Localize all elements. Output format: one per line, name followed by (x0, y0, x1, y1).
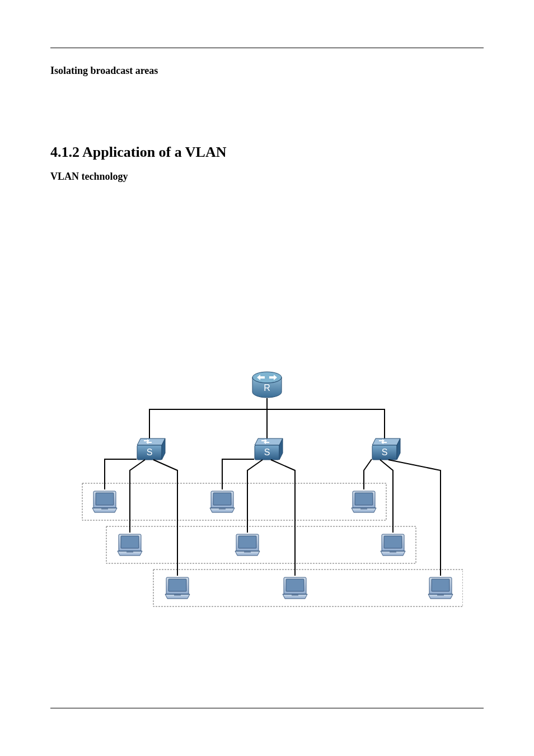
router-icon: R (252, 372, 282, 398)
pc-icon (235, 534, 260, 556)
heading-isolating-broadcast: Isolating broadcast areas (50, 65, 484, 77)
switch-icon (372, 438, 400, 460)
bottom-horizontal-rule (50, 708, 484, 708)
vlan-group-box-1 (82, 483, 386, 520)
pc-icon (118, 534, 142, 556)
switch-icon (137, 438, 165, 460)
vlan-group-box-2 (106, 526, 416, 563)
pc-icon (165, 577, 190, 599)
heading-application-of-vlan: 4.1.2 Application of a VLAN (50, 144, 484, 161)
pc-icon (92, 491, 117, 512)
vlan-group-box-3 (153, 570, 463, 606)
pc-icon (428, 577, 453, 599)
router-label-text: R (264, 383, 270, 393)
pc-icon (283, 577, 307, 599)
pc-icon (381, 534, 405, 556)
top-horizontal-rule (50, 48, 484, 48)
pc-icon (352, 491, 376, 512)
switch-icon (255, 438, 283, 460)
pc-icon (210, 491, 235, 512)
heading-vlan-technology: VLAN technology (50, 171, 484, 183)
vlan-topology-svg: S R (71, 367, 463, 608)
network-diagram: S R (50, 367, 484, 608)
